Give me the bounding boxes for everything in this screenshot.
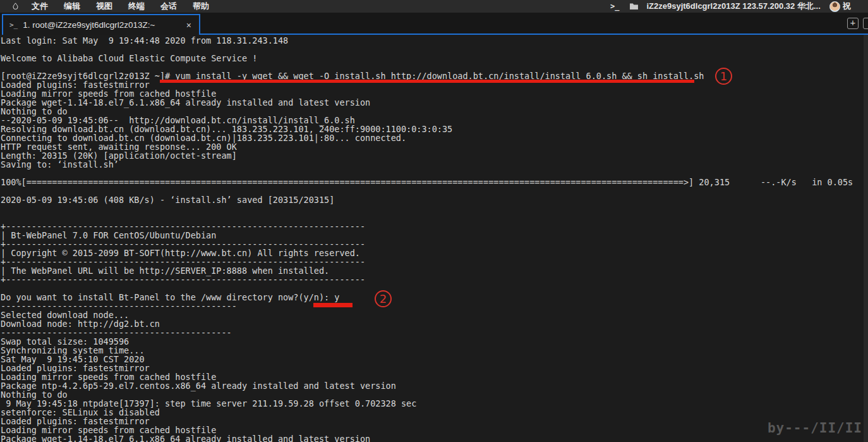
watermark: by---/II/II <box>768 421 862 436</box>
annotation-step2-marker: 2 <box>375 290 392 307</box>
menubar-right: >_ iZ2ze9syjt6dlcgrl2z013Z 123.57.200.32… <box>610 0 852 13</box>
menu-items: 文件 编辑 视图 终端 会话 帮助 <box>32 1 209 12</box>
user-avatar[interactable] <box>829 1 840 12</box>
tabbar-rest: + <box>200 13 868 35</box>
user-name-label: 祝 <box>843 1 852 12</box>
new-tab-button[interactable]: + <box>847 18 859 29</box>
terminal-prompt-icon[interactable]: >_ <box>610 2 619 11</box>
menubar: 文件 编辑 视图 终端 会话 帮助 >_ iZ2ze9syjt6dlcgrl2z… <box>0 0 868 13</box>
folder-icon[interactable] <box>629 3 639 10</box>
terminal-output: Last login: Sat May 9 19:44:48 2020 from… <box>0 35 868 442</box>
menu-terminal[interactable]: 终端 <box>128 1 145 12</box>
annotation-answer-underline <box>313 303 353 307</box>
terminal-tab[interactable]: >_ 1. root@iZ2ze9syjt6dlcgrl2z013Z:~ × <box>2 14 200 35</box>
menu-session[interactable]: 会话 <box>160 1 177 12</box>
host-summary: iZ2ze9syjt6dlcgrl2z013Z 123.57.200.32 华北… <box>646 1 820 12</box>
split-view-button[interactable] <box>863 18 868 29</box>
annotation-command-underline <box>160 80 694 83</box>
menu-file[interactable]: 文件 <box>32 1 48 12</box>
annotation-step1-label: 1 <box>720 70 727 83</box>
tab-close-icon[interactable]: × <box>185 20 193 30</box>
terminal-tab-icon: >_ <box>9 21 18 29</box>
terminal-area[interactable]: Last login: Sat May 9 19:44:48 2020 from… <box>0 35 868 442</box>
annotation-step2-label: 2 <box>380 292 387 305</box>
tabbar: >_ 1. root@iZ2ze9syjt6dlcgrl2z013Z:~ × + <box>0 13 868 35</box>
menu-view[interactable]: 视图 <box>96 1 112 12</box>
menu-help[interactable]: 帮助 <box>193 1 209 12</box>
droplet-app-icon <box>11 1 20 11</box>
menu-edit[interactable]: 编辑 <box>64 1 80 12</box>
terminal-tab-title: 1. root@iZ2ze9syjt6dlcgrl2z013Z:~ <box>23 20 180 30</box>
scrollbar[interactable] <box>864 35 868 442</box>
annotation-step1-marker: 1 <box>715 68 732 85</box>
